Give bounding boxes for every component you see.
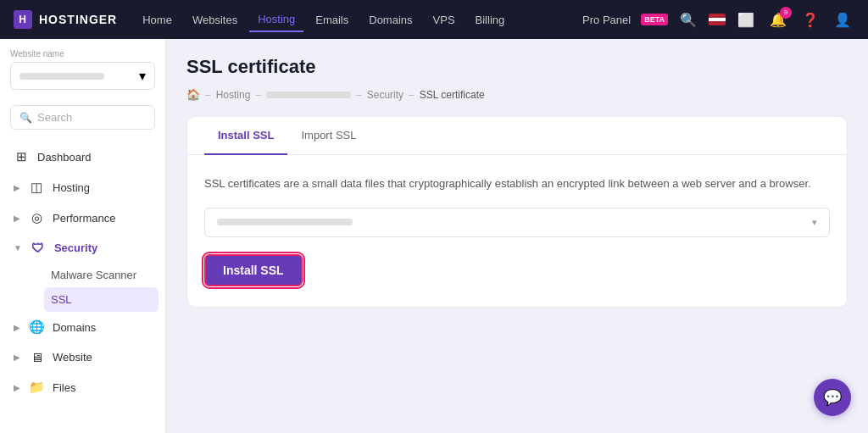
- ssl-select-wrapper: ▾: [204, 208, 830, 237]
- tab-bar: Install SSL Import SSL: [187, 117, 847, 155]
- chevron-right-icon: ▶: [14, 183, 20, 192]
- nav-emails[interactable]: Emails: [307, 8, 357, 31]
- sidebar-item-domains[interactable]: ▶ 🌐 Domains: [0, 312, 165, 342]
- pro-panel-label[interactable]: Pro Panel: [582, 14, 631, 26]
- nav-websites[interactable]: Websites: [184, 8, 246, 31]
- security-icon: 🛡: [31, 241, 46, 255]
- sidebar-item-label: Dashboard: [37, 151, 92, 164]
- chevron-down-icon: ▼: [14, 243, 22, 253]
- notification-badge: 9: [780, 7, 792, 19]
- sidebar-item-files[interactable]: ▶ 📁 Files: [0, 372, 165, 402]
- breadcrumb-security[interactable]: Security: [367, 89, 403, 101]
- performance-icon: ◎: [29, 210, 44, 225]
- search-icon-btn[interactable]: 🔍: [676, 8, 700, 31]
- sidebar-sub-ssl[interactable]: SSL: [44, 287, 159, 312]
- search-placeholder-text: Search: [37, 111, 72, 124]
- nav-vps[interactable]: VPS: [425, 8, 464, 31]
- nav-billing[interactable]: Billing: [467, 8, 514, 31]
- tab-install-ssl[interactable]: Install SSL: [204, 117, 287, 155]
- sidebar-item-label: Security: [54, 241, 97, 254]
- tab-import-ssl[interactable]: Import SSL: [287, 117, 370, 155]
- brand-name: HOSTINGER: [39, 13, 117, 26]
- nav-domains[interactable]: Domains: [360, 8, 420, 31]
- sidebar-item-performance[interactable]: ▶ ◎ Performance: [0, 203, 165, 233]
- notifications-icon-btn[interactable]: 🔔 9: [766, 8, 790, 31]
- nav-links: Home Websites Hosting Emails Domains VPS…: [134, 8, 565, 32]
- panel-icon-btn[interactable]: ⬜: [734, 8, 758, 31]
- chevron-right-icon: ▶: [14, 383, 20, 392]
- breadcrumb-sep: –: [205, 89, 211, 101]
- logo[interactable]: H HOSTINGER: [14, 10, 117, 29]
- select-chevron-icon: ▾: [812, 217, 817, 228]
- website-label: Website name: [10, 49, 155, 58]
- content-card: Install SSL Import SSL SSL certificates …: [186, 116, 848, 308]
- chat-icon: 💬: [823, 388, 842, 407]
- sidebar-item-label: Website: [53, 351, 92, 364]
- beta-badge: BETA: [641, 14, 668, 25]
- sidebar-sub-malware-scanner[interactable]: Malware Scanner: [37, 263, 165, 287]
- chevron-down-icon: ▾: [139, 68, 146, 84]
- files-icon: 📁: [29, 380, 44, 395]
- breadcrumb: 🏠 – Hosting – – Security – SSL certifica…: [186, 88, 848, 101]
- website-icon: 🖥: [29, 350, 44, 364]
- nav-home[interactable]: Home: [134, 8, 181, 31]
- nav-right: Pro Panel BETA 🔍 ⬜ 🔔 9 ❓ 👤: [582, 8, 854, 31]
- ssl-description: SSL certificates are a small data files …: [204, 175, 830, 192]
- search-box[interactable]: 🔍 Search: [10, 105, 155, 130]
- website-dropdown[interactable]: ▾: [10, 62, 155, 90]
- user-icon-btn[interactable]: 👤: [831, 8, 854, 31]
- dashboard-icon: ⊞: [14, 149, 29, 164]
- sidebar-item-hosting[interactable]: ▶ ◫ Hosting: [0, 172, 165, 203]
- logo-icon: H: [14, 10, 32, 29]
- home-icon: 🏠: [186, 88, 200, 101]
- install-ssl-button[interactable]: Install SSL: [204, 254, 303, 286]
- sidebar-item-website[interactable]: ▶ 🖥 Website: [0, 342, 165, 372]
- breadcrumb-hosting[interactable]: Hosting: [216, 89, 251, 101]
- chevron-right-icon: ▶: [14, 214, 20, 223]
- search-icon: 🔍: [19, 112, 32, 124]
- help-icon-btn[interactable]: ❓: [798, 8, 822, 31]
- website-dropdown-value: [19, 73, 104, 80]
- card-body: SSL certificates are a small data files …: [187, 155, 847, 307]
- language-flag[interactable]: [709, 14, 726, 25]
- breadcrumb-sep: –: [356, 89, 362, 101]
- website-selector: Website name ▾: [0, 49, 165, 98]
- chat-button[interactable]: 💬: [814, 379, 851, 416]
- main-layout: Website name ▾ 🔍 Search ⊞ Dashboard ▶ ◫ …: [0, 39, 868, 433]
- main-content: SSL certificate 🏠 – Hosting – – Security…: [166, 39, 868, 433]
- breadcrumb-sep: –: [255, 89, 261, 101]
- chevron-right-icon: ▶: [14, 353, 20, 362]
- breadcrumb-ssl: SSL certificate: [420, 89, 485, 101]
- top-navigation: H HOSTINGER Home Websites Hosting Emails…: [0, 0, 868, 39]
- sidebar-item-label: Hosting: [53, 181, 90, 194]
- breadcrumb-domain[interactable]: [266, 89, 351, 101]
- sidebar-item-label: Domains: [53, 321, 96, 334]
- sidebar-item-security[interactable]: ▼ 🛡 Security: [0, 233, 165, 263]
- security-subitems: Malware Scanner SSL: [0, 263, 165, 312]
- sidebar-item-label: Files: [53, 381, 75, 394]
- sidebar-item-label: Performance: [53, 212, 115, 225]
- nav-hosting[interactable]: Hosting: [249, 8, 303, 32]
- page-title: SSL certificate: [186, 56, 315, 78]
- sidebar: Website name ▾ 🔍 Search ⊞ Dashboard ▶ ◫ …: [0, 39, 166, 433]
- ssl-select[interactable]: ▾: [204, 208, 830, 237]
- sidebar-item-dashboard[interactable]: ⊞ Dashboard: [0, 142, 165, 172]
- chevron-right-icon: ▶: [14, 323, 20, 332]
- breadcrumb-sep: –: [409, 89, 415, 101]
- domains-icon: 🌐: [29, 319, 44, 335]
- hosting-icon: ◫: [29, 180, 44, 195]
